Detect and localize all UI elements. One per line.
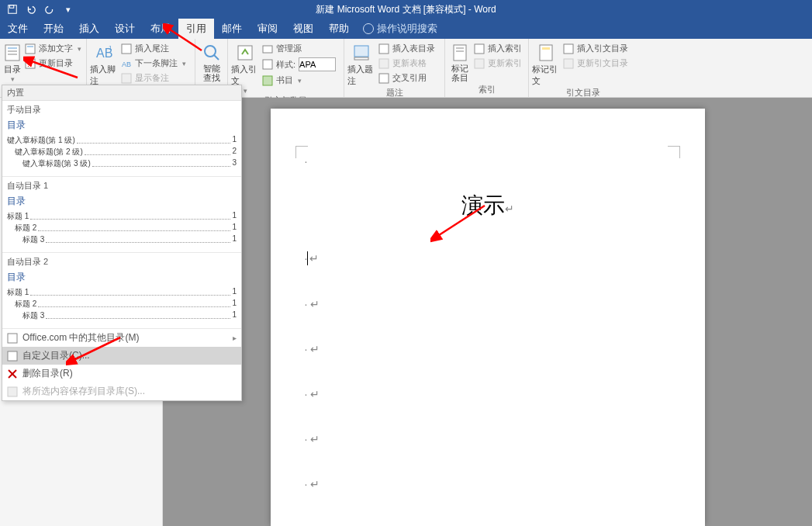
tell-me-search[interactable]: 操作说明搜索 <box>363 19 437 39</box>
insert-table-figures-button[interactable]: 插入表目录 <box>375 42 438 55</box>
next-footnote-button[interactable]: AB下一条脚注▾ <box>118 57 189 70</box>
tab-insert[interactable]: 插入 <box>71 19 107 39</box>
cross-reference-button[interactable]: 交叉引用 <box>375 71 438 85</box>
citation-icon <box>236 43 254 62</box>
update-authorities-button: 更新引文目录 <box>560 57 631 70</box>
remove-toc-item[interactable]: 删除目录(R) <box>2 365 241 382</box>
next-footnote-icon: AB <box>121 58 132 69</box>
margin-corner-tl <box>295 146 308 158</box>
svg-rect-17 <box>238 46 252 60</box>
tell-me-label: 操作说明搜索 <box>377 22 437 36</box>
chevron-right-icon: ▸ <box>233 334 237 342</box>
svg-rect-30 <box>475 59 484 68</box>
svg-rect-1 <box>10 5 14 9</box>
svg-rect-2 <box>5 45 19 61</box>
save-selection-toc-item: 将所选内容保存到目录库(S)... <box>2 382 241 400</box>
insert-caption-button[interactable]: 插入题注 <box>347 40 375 87</box>
undo-icon[interactable] <box>25 3 37 16</box>
tab-file[interactable]: 文件 <box>0 19 36 39</box>
add-text-button[interactable]: 添加文字▾ <box>22 42 85 55</box>
svg-rect-21 <box>354 46 368 57</box>
tab-references[interactable]: 引用 <box>178 19 214 39</box>
mark-entry-button[interactable]: 标记 条目 <box>448 40 471 82</box>
style-dropdown[interactable] <box>299 57 336 71</box>
insert-footnote-button[interactable]: AB1 插入脚注 <box>90 40 118 87</box>
paragraph[interactable]: · ↵ <box>302 478 674 490</box>
mark-citation-button[interactable]: 标记引文 <box>532 40 560 87</box>
svg-rect-35 <box>8 334 17 343</box>
tab-home[interactable]: 开始 <box>36 19 71 39</box>
citation-style-select[interactable]: 样式: <box>259 57 339 72</box>
smart-lookup-button[interactable]: 智能 查找 <box>199 40 224 82</box>
svg-rect-39 <box>8 387 17 396</box>
paragraph[interactable]: · ↵ <box>302 388 674 400</box>
tab-view[interactable]: 视图 <box>285 19 321 39</box>
insert-endnote-button[interactable]: 插入尾注 <box>118 42 189 55</box>
svg-rect-36 <box>8 351 17 361</box>
window-title: 新建 Microsoft Word 文档 [兼容模式] - Word <box>316 3 496 16</box>
document-canvas[interactable]: · 演示↵ ·↵ · ↵ · ↵ · ↵ · ↵ · ↵ · ↵ <box>163 98 812 526</box>
manage-sources-button[interactable]: 管理源 <box>259 42 339 55</box>
update-index-icon <box>474 58 485 69</box>
custom-toc-icon <box>7 351 18 362</box>
custom-toc-item[interactable]: 自定义目录(C)... <box>2 347 241 365</box>
update-icon: ! <box>25 58 36 69</box>
paragraph[interactable]: ·↵ <box>302 251 674 265</box>
bullet-mark: · <box>305 523 308 526</box>
document-title[interactable]: 演示↵ <box>302 191 674 220</box>
more-office-toc-item[interactable]: Office.com 中的其他目录(M) ▸ <box>2 329 241 347</box>
insert-index-button[interactable]: 插入索引 <box>471 42 525 55</box>
paragraph[interactable]: · ↵ <box>302 523 674 526</box>
show-notes-button: 显示备注 <box>118 71 189 85</box>
update-index-button: 更新索引 <box>471 57 525 70</box>
tab-layout[interactable]: 布局 <box>143 19 178 39</box>
toc-gallery-auto2[interactable]: 自动目录 2 目录 标题 11 标题 21 标题 31 <box>2 253 241 329</box>
paragraph[interactable]: · ↵ <box>302 433 674 445</box>
biblio-icon <box>262 75 273 86</box>
redo-icon[interactable] <box>43 3 56 16</box>
paragraph[interactable]: · ↵ <box>302 343 674 355</box>
tab-help[interactable]: 帮助 <box>321 19 357 39</box>
save-selection-icon <box>7 386 18 397</box>
cross-ref-icon <box>378 73 389 84</box>
save-icon[interactable] <box>6 3 19 16</box>
toc-gallery-auto1[interactable]: 自动目录 1 目录 标题 11 标题 21 标题 31 <box>2 177 241 253</box>
tab-mailings[interactable]: 邮件 <box>214 19 250 39</box>
insert-index-icon <box>474 43 485 54</box>
titlebar: ▾ 新建 Microsoft Word 文档 [兼容模式] - Word <box>0 0 812 19</box>
index-group-label: 索引 <box>448 84 525 97</box>
bullet-mark: · <box>305 298 308 310</box>
bullet-mark: · <box>305 343 308 355</box>
toc-dropdown: 内置 手动目录 目录 键入章标题(第 1 级)1 键入章标题(第 2 级)2 键… <box>2 85 242 401</box>
caption-icon <box>352 43 371 62</box>
toc-gallery-manual[interactable]: 手动目录 目录 键入章标题(第 1 级)1 键入章标题(第 2 级)2 键入章标… <box>2 101 241 177</box>
svg-rect-19 <box>263 60 272 69</box>
toc-button[interactable]: 目录 ▾ <box>3 40 22 83</box>
bullet-mark: · <box>305 388 308 400</box>
mark-citation-icon <box>537 43 555 62</box>
paragraph[interactable]: · ↵ <box>302 298 674 310</box>
svg-rect-24 <box>379 59 389 68</box>
add-text-icon <box>25 43 36 54</box>
toc-label: 目录 <box>4 64 21 75</box>
bibliography-button[interactable]: 书目▾ <box>259 74 339 87</box>
style-icon <box>262 59 273 70</box>
update-toc-button[interactable]: !更新目录 <box>22 57 85 70</box>
svg-rect-14 <box>122 74 131 83</box>
update-table-icon <box>378 58 389 69</box>
insert-authorities-button[interactable]: 插入引文目录 <box>560 42 631 55</box>
ribbon-tabs: 文件 开始 插入 设计 布局 引用 邮件 审阅 视图 帮助 操作说明搜索 <box>0 19 812 39</box>
search-icon <box>202 43 221 62</box>
tab-review[interactable]: 审阅 <box>250 19 285 39</box>
insert-auth-icon <box>563 43 574 54</box>
qat-more-icon[interactable]: ▾ <box>62 3 74 16</box>
svg-rect-34 <box>564 59 573 68</box>
svg-text:1: 1 <box>109 44 112 51</box>
svg-rect-18 <box>263 46 272 53</box>
page[interactable]: · 演示↵ ·↵ · ↵ · ↵ · ↵ · ↵ · ↵ · ↵ <box>271 109 705 526</box>
margin-corner-tr <box>668 146 680 158</box>
tab-design[interactable]: 设计 <box>107 19 143 39</box>
bullet-mark: · <box>305 478 308 490</box>
toc-icon <box>3 43 22 62</box>
manage-sources-icon <box>262 43 273 54</box>
